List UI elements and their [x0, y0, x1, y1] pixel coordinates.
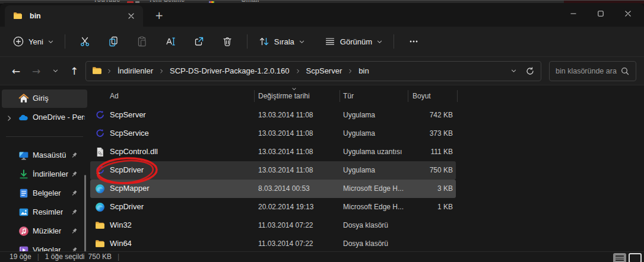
desktop-icon: [18, 150, 29, 161]
search-input[interactable]: [556, 67, 620, 75]
column-separator[interactable]: [340, 90, 340, 102]
breadcrumb-item[interactable]: SCP-DS-Driver-Package-1.2.0.160: [169, 65, 291, 77]
column-header-ad[interactable]: Ad: [110, 92, 119, 100]
expand-chevron-icon[interactable]: [5, 114, 13, 122]
details-view-button[interactable]: [613, 253, 626, 262]
address-dropdown-icon[interactable]: [510, 68, 517, 74]
sidebar-item-videos[interactable]: Videolar: [2, 241, 87, 251]
sidebar-item-home[interactable]: Giriş: [2, 90, 87, 108]
folder-icon: [95, 239, 105, 249]
toolbar-separator: [394, 34, 394, 49]
sort-button-label: Sırala: [274, 37, 294, 46]
file-name: Win64: [110, 239, 132, 248]
forward-button: →: [27, 62, 45, 80]
view-button-label: Görünüm: [340, 37, 372, 46]
column-separator[interactable]: [457, 90, 458, 102]
sidebar-item-downloads[interactable]: İndirilenler: [2, 165, 87, 184]
window-close-button[interactable]: [614, 3, 642, 24]
column-headers: AdDeğiştirme tarihiTürBoyut: [89, 85, 644, 106]
file-row[interactable]: Win6411.03.2014 07:22Dosya klasörü: [90, 235, 456, 251]
file-row[interactable]: ScpService13.03.2014 11:08Uygulama373 KB: [90, 124, 456, 143]
sort-button[interactable]: Sırala: [253, 31, 310, 52]
file-type: Dosya klasörü: [343, 239, 388, 248]
pictures-icon: [18, 207, 29, 218]
sort-arrows-icon: [258, 36, 270, 47]
breadcrumb-item[interactable]: bin: [357, 65, 370, 77]
file-modified-date: 13.03.2014 11:08: [258, 148, 313, 156]
breadcrumb-item[interactable]: ScpServer: [305, 65, 344, 77]
file-size: 1 KB: [437, 203, 453, 211]
copy-button[interactable]: [100, 31, 126, 52]
file-modified-date: 11.03.2014 07:22: [258, 239, 313, 248]
breadcrumb-item[interactable]: İndirilenler: [116, 65, 154, 77]
toolbar-separator: [65, 34, 65, 49]
file-row[interactable]: ScpControl.dll13.03.2014 11:08Uygulama u…: [90, 143, 456, 161]
chevron-right-icon: [295, 68, 301, 74]
selection-count: 1 öğe seçildi: [45, 253, 85, 261]
column-separator[interactable]: [254, 90, 255, 102]
file-row[interactable]: ScpDriver13.03.2014 11:08Uygulama750 KB: [90, 161, 456, 180]
cut-button[interactable]: [72, 31, 98, 52]
chevron-down-icon: [47, 39, 54, 45]
refresh-icon[interactable]: [525, 66, 535, 76]
file-name: ScpDriver: [110, 165, 144, 174]
main-area: GirişOneDrive - PersMasaüstüİndirilenler…: [0, 85, 644, 251]
sidebar-item-label: Videolar: [33, 245, 61, 251]
up-button[interactable]: ↑: [65, 62, 83, 80]
recent-locations-button[interactable]: [47, 62, 63, 80]
file-row[interactable]: ScpMapper8.03.2014 00:53Microsoft Edge H…: [90, 180, 456, 198]
sidebar-item-music[interactable]: Müzikler: [2, 222, 87, 241]
delete-button[interactable]: [214, 31, 240, 52]
address-bar[interactable]: İndirilenlerSCP-DS-Driver-Package-1.2.0.…: [85, 61, 541, 81]
navigation-pane: GirişOneDrive - PersMasaüstüİndirilenler…: [0, 85, 89, 251]
search-box[interactable]: [549, 61, 636, 81]
toolbar-separator: [247, 34, 248, 49]
paste-button: [129, 31, 155, 52]
home-icon: [18, 93, 29, 104]
new-button[interactable]: Yeni: [7, 31, 59, 52]
tab-close-icon[interactable]: [125, 10, 137, 22]
ellipsis-icon: [408, 36, 420, 47]
sidebar-item-pictures[interactable]: Resimler: [2, 203, 87, 222]
file-name: ScpMapper: [110, 184, 149, 193]
column-header-t-r[interactable]: Tür: [343, 92, 354, 100]
file-type: Uygulama: [343, 111, 375, 119]
window-minimize-button[interactable]: [560, 3, 587, 24]
rename-button[interactable]: [157, 31, 183, 52]
explorer-tab[interactable]: bin: [5, 5, 143, 27]
pin-icon: [70, 208, 78, 216]
file-size: 3 KB: [437, 184, 453, 193]
window-maximize-button[interactable]: [587, 3, 614, 24]
item-count: 19 öğe: [9, 253, 31, 261]
pin-icon: [70, 170, 78, 178]
more-options-button[interactable]: [401, 31, 427, 52]
file-row[interactable]: ScpServer13.03.2014 11:08Uygulama742 KB: [90, 106, 456, 124]
sidebar-item-label: Giriş: [33, 94, 49, 103]
selection-size: 750 KB: [88, 253, 112, 261]
column-header-de-i-tirme-tarihi[interactable]: Değiştirme tarihi: [258, 92, 310, 100]
app-blue-icon: [95, 129, 105, 139]
file-size: 742 KB: [430, 111, 453, 119]
sidebar-item-desktop[interactable]: Masaüstü: [2, 146, 87, 165]
back-button[interactable]: ←: [7, 62, 25, 80]
chevron-down-icon: [376, 39, 383, 45]
folder-icon: [13, 11, 23, 21]
sidebar-item-documents[interactable]: Belgeler: [2, 184, 87, 203]
file-modified-date: 13.03.2014 11:08: [258, 111, 313, 119]
column-header-boyut[interactable]: Boyut: [413, 92, 431, 100]
file-row[interactable]: ScpDriver20.02.2014 19:13Microsoft Edge …: [90, 198, 456, 216]
file-modified-date: 8.03.2014 00:53: [258, 184, 310, 193]
view-button[interactable]: Görünüm: [319, 31, 388, 52]
file-size: 750 KB: [430, 166, 453, 174]
file-row[interactable]: Win3211.03.2014 07:22Dosya klasörü: [90, 216, 456, 235]
sidebar-divider: [6, 136, 83, 137]
sidebar-item-label: İndirilenler: [33, 170, 68, 178]
sidebar-item-onedrive[interactable]: OneDrive - Pers: [2, 108, 87, 127]
new-tab-button[interactable]: +: [152, 8, 166, 23]
file-type: Uygulama: [343, 166, 375, 174]
pin-icon: [70, 151, 78, 159]
icons-view-button[interactable]: [629, 253, 642, 262]
column-separator[interactable]: [408, 90, 408, 102]
downloads-icon: [18, 169, 29, 180]
share-button[interactable]: [186, 31, 212, 52]
